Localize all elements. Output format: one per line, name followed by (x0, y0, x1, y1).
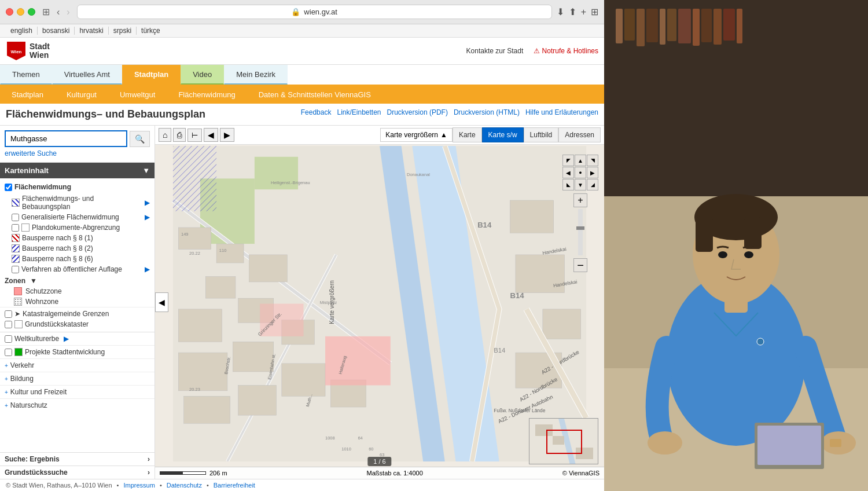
toolbar-print[interactable]: ⎙ (173, 128, 186, 142)
cat-weltkulturerbe-cb[interactable] (5, 335, 12, 343)
subnav-umweltgut[interactable]: Umweltgut (108, 86, 167, 104)
karteninhalt-header[interactable]: Karteninhalt ▼ (0, 163, 155, 178)
nav-virtuelles-amt[interactable]: Virtuelles Amt (52, 65, 122, 85)
map-tab-karte[interactable]: Karte (453, 127, 482, 142)
cat-verkehr[interactable]: + Verkehr (0, 358, 155, 372)
kontakte-link[interactable]: Kontakte zur Stadt (466, 45, 524, 57)
cat-weltkulturerbe[interactable]: Weltkulturerbe ▶ (0, 332, 155, 345)
pan-ne[interactable]: ◥ (587, 155, 598, 166)
download-icon[interactable]: ⬇ (557, 6, 564, 17)
flaechenwidmung-checkbox[interactable] (5, 184, 12, 191)
feedback-link[interactable]: Feedback (301, 108, 332, 116)
search-button[interactable]: 🔍 (130, 131, 150, 147)
lang-srpski[interactable]: srpski (109, 27, 137, 35)
cat-naturschutz[interactable]: + Naturschutz (0, 398, 155, 412)
toolbar-forward[interactable]: ▶ (220, 128, 234, 142)
layer-katastral[interactable]: ➤ Katastralgemeinde Grenzen (0, 307, 155, 319)
zoom-out[interactable]: − (573, 258, 587, 272)
subnav-kulturgut[interactable]: Kulturgut (55, 86, 108, 104)
cat-kultur[interactable]: + Kultur und Freizeit (0, 385, 155, 398)
share-icon[interactable]: ⬆ (569, 6, 576, 17)
hilfe-link[interactable]: Hilfe und Erläuterungen (525, 108, 598, 116)
subnav-daten[interactable]: Daten & Schnittstellen ViennaGIS (247, 86, 382, 104)
nav-stadtplan[interactable]: Stadtplan (122, 65, 181, 85)
pan-sw[interactable]: ◣ (562, 179, 574, 190)
layer-plandokumente-cb[interactable] (12, 224, 19, 232)
map-tab-karte-sw[interactable]: Karte s/w (482, 127, 524, 142)
pan-se[interactable]: ◢ (587, 179, 598, 190)
lang-english[interactable]: english (6, 27, 38, 35)
pan-e[interactable]: ▶ (587, 167, 598, 178)
cat-bildung[interactable]: + Bildung (0, 372, 155, 385)
layer-grundstueck-cb[interactable] (5, 321, 12, 328)
map-back-button[interactable]: ◀ (155, 292, 168, 312)
suche-ergebnis-section[interactable]: Suche: Ergebnis › (0, 452, 155, 466)
cat-projekte-cb[interactable] (5, 349, 12, 356)
layer-bausperre6[interactable]: Bausperre nach § 8 (6) (0, 254, 155, 264)
minimize-button[interactable] (17, 8, 24, 16)
layer-katastral-cb[interactable] (5, 310, 12, 318)
zone-schutzzone[interactable]: Schutzzone (0, 286, 155, 296)
zoom-in[interactable]: + (573, 193, 587, 207)
layer-plandokumente[interactable]: Plandokumente-Abgrenzung (0, 222, 155, 233)
pan-n[interactable]: ▲ (575, 155, 586, 166)
lang-turkce[interactable]: türkçe (137, 27, 165, 35)
nav-forward[interactable]: › (64, 7, 72, 17)
new-tab-icon[interactable]: + (581, 7, 586, 17)
map-area[interactable]: ⌂ ⎙ ⊢ ◀ ▶ Karte vergrößern ▲ Karte Karte… (155, 126, 604, 479)
nav-back[interactable]: ‹ (54, 7, 62, 17)
grid-icon[interactable]: ⊞ (591, 6, 598, 17)
address-bar[interactable]: 🔒 wien.gv.at (77, 5, 552, 19)
grundstueckssuche-section[interactable]: Grundstückssuche › (0, 466, 155, 479)
pan-nw[interactable]: ◤ (562, 155, 574, 166)
layer-verfahren[interactable]: Verfahren ab öffentlicher Auflage ▶ (0, 264, 155, 274)
zoom-slider-thumb[interactable] (576, 226, 584, 230)
layer-generalisierte-cb[interactable] (12, 214, 19, 221)
close-button[interactable] (6, 8, 13, 16)
lang-bosanski[interactable]: bosanski (38, 27, 75, 35)
druckversion-pdf[interactable]: Druckversion (PDF) (387, 108, 448, 116)
toolbar-home[interactable]: ⌂ (159, 128, 171, 142)
karte-vergrossern-label[interactable]: Karte vergrößern ▲ (380, 128, 453, 142)
toolbar-back[interactable]: ◀ (204, 128, 218, 142)
barrierefreiheit-link[interactable]: Barrierefreiheit (214, 482, 255, 489)
layer-bausperre2[interactable]: Bausperre nach § 8 (2) (0, 243, 155, 254)
datenschutz-link[interactable]: Datenschutz (167, 482, 202, 489)
pan-s[interactable]: ▼ (575, 179, 586, 190)
legend-gst-icon (14, 320, 23, 328)
layer-grundstueck[interactable]: Grundstückskataster (0, 319, 155, 329)
layer-bausperre1[interactable]: Bausperre nach § 8 (1) (0, 233, 155, 243)
cat-projekte[interactable]: Projekte Stadtentwicklung (0, 345, 155, 358)
layer-fwbp[interactable]: Flächenwidmungs- und Bebauungsplan ▶ (0, 193, 155, 212)
pan-w[interactable]: ◀ (562, 167, 574, 178)
nav-sidebar-toggle[interactable]: ⊞ (40, 6, 52, 17)
lang-hrvatski[interactable]: hrvatski (75, 27, 108, 35)
nav-themen[interactable]: Themen (0, 65, 52, 85)
subnav-stadtplan[interactable]: Stadtplan (0, 86, 55, 104)
legend-fwbp-icon (12, 199, 20, 207)
zone-wohnzone[interactable]: Wohnzone (0, 296, 155, 307)
nav-video[interactable]: Video (181, 65, 224, 85)
map-svg[interactable]: A22 - Nordbrücke A22 - Nordbrücke A22 - … (155, 146, 604, 461)
logo[interactable]: Wien Stadt Wien (6, 41, 50, 61)
zoom-slider[interactable] (578, 209, 583, 255)
minimap[interactable] (529, 418, 598, 464)
layer-verfahren-cb[interactable] (12, 266, 19, 273)
erweiterte-suche-link[interactable]: erweiterte Suche (5, 149, 150, 157)
pan-center[interactable]: ● (575, 167, 586, 178)
search-input[interactable] (5, 130, 127, 147)
layer-generalisierte[interactable]: Generalisierte Flächenwidmung ▶ (0, 212, 155, 222)
nav-mein-bezirk[interactable]: Mein Bezirk (224, 65, 288, 85)
druckversion-html[interactable]: Druckversion (HTML) (454, 108, 520, 116)
map-tab-adressen[interactable]: Adressen (558, 127, 601, 142)
maximize-button[interactable] (28, 8, 35, 16)
toolbar-measure[interactable]: ⊢ (187, 129, 202, 142)
subnav-flaechenwidmung[interactable]: Flächenwidmung (167, 86, 247, 104)
flaechenwidmung-header[interactable]: Flächenwidmung (0, 181, 155, 193)
impressum-link[interactable]: Impressum (123, 482, 155, 489)
map-tab-luftbild[interactable]: Luftbild (524, 127, 559, 142)
link-einbetten[interactable]: Link/Einbetten (337, 108, 381, 116)
svg-text:60: 60 (369, 446, 373, 452)
notrufe-link[interactable]: ⚠ Notrufe & Hotlines (534, 47, 598, 55)
zonen-header[interactable]: Zonen ▼ (0, 274, 155, 286)
